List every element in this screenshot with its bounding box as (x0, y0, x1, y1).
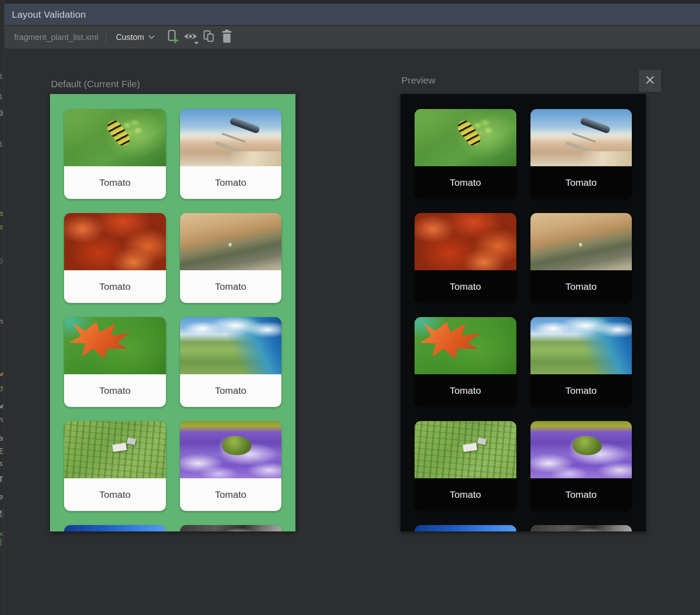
plant-name-label: Tomato (64, 478, 166, 511)
plant-card: Tomato (180, 421, 282, 511)
caterpillar-image (64, 109, 166, 166)
default-panel-title: Default (Current File) (51, 79, 140, 89)
plant-card: Tomato (180, 525, 282, 531)
clipped-code-fragment: s (0, 460, 3, 467)
purple-river-image (530, 421, 632, 478)
close-icon (645, 74, 655, 87)
plant-card: Tomato (64, 317, 166, 407)
toolbar: fragment_plant_list.xml Custom (5, 25, 700, 49)
clipped-code-fragment: w (0, 402, 3, 410)
default-preview-panel[interactable]: TomatoTomatoTomatoTomatoTomatoTomatoToma… (50, 94, 295, 531)
copy-icon (202, 30, 215, 45)
plant-name-label: Tomato (530, 478, 632, 511)
caterpillar-image (415, 109, 516, 166)
editor-edge-strip: ii0iae0nwdwnaEsTe2<| (0, 0, 4, 615)
window-top-gap (5, 0, 700, 4)
plant-card: Tomato (180, 213, 282, 303)
plant-name-label: Tomato (415, 478, 516, 511)
blue-sky-image (415, 525, 516, 531)
coastline-aerial-image (530, 317, 632, 374)
blue-sky-image (64, 525, 166, 531)
plant-name-label: Tomato (180, 478, 282, 511)
plant-name-label: Tomato (64, 166, 166, 199)
plant-card: Tomato (180, 109, 282, 199)
add-device-button[interactable] (163, 29, 181, 45)
plant-card: Tomato (64, 109, 166, 199)
clipped-code-fragment: d (0, 385, 3, 392)
plant-name-label: Tomato (180, 270, 282, 303)
maple-leaf-image (415, 317, 516, 374)
city-telescope-image (530, 109, 632, 166)
farm-aerial-image (64, 421, 166, 478)
plant-name-label: Tomato (415, 270, 516, 303)
tool-window-title: Layout Validation (12, 9, 86, 20)
dropdown-arrow-icon (194, 42, 199, 45)
clipped-code-fragment: | (0, 538, 3, 546)
plant-name-label: Tomato (530, 374, 632, 407)
plant-card: Tomato (415, 109, 516, 199)
plant-card: Tomato (530, 525, 632, 531)
wet-plank-image (530, 213, 632, 270)
city-telescope-image (180, 109, 282, 166)
plant-card: Tomato (530, 421, 632, 511)
plant-card: Tomato (415, 213, 516, 303)
plant-name-label: Tomato (530, 270, 632, 303)
wet-plank-image (180, 213, 282, 270)
visibility-options-button[interactable] (181, 29, 200, 45)
farm-aerial-image (415, 421, 516, 478)
copy-configuration-button[interactable] (200, 29, 218, 45)
clipped-code-fragment: T (0, 476, 3, 483)
clipped-code-fragment: 0 (0, 258, 3, 265)
clipped-code-fragment: 0 (0, 110, 3, 117)
plant-card: Tomato (415, 317, 516, 407)
plant-card: Tomato (64, 213, 166, 303)
preview-panel-title: Preview (401, 75, 435, 86)
clipped-code-fragment: e (0, 493, 3, 501)
plant-card: Tomato (530, 109, 632, 199)
clipped-code-fragment: E (0, 448, 3, 455)
purple-river-image (180, 421, 282, 478)
preview-panel[interactable]: TomatoTomatoTomatoTomatoTomatoTomatoToma… (400, 94, 646, 531)
plant-name-label: Tomato (180, 374, 282, 407)
current-file-label: fragment_plant_list.xml (14, 33, 98, 42)
autumn-leaves-image (415, 213, 516, 270)
plant-card: Tomato (530, 317, 632, 407)
trash-icon (221, 30, 233, 45)
gray-mountains-image (530, 525, 632, 531)
toolbar-separator (105, 30, 106, 44)
plant-card: Tomato (180, 317, 282, 407)
add-device-icon (165, 29, 180, 46)
autumn-leaves-image (64, 213, 166, 270)
clipped-code-fragment: e (0, 223, 3, 231)
plant-name-label: Tomato (180, 166, 282, 199)
clipped-code-fragment: i (0, 141, 3, 148)
clipped-code-fragment: w (0, 370, 3, 377)
clipped-code-fragment: n (0, 416, 3, 423)
clipped-code-fragment: i (0, 93, 3, 100)
clipped-code-fragment: i (0, 73, 3, 80)
coastline-aerial-image (180, 317, 282, 374)
plant-card: Tomato (64, 525, 166, 531)
close-preview-button[interactable] (639, 70, 661, 92)
gray-mountains-image (180, 525, 282, 531)
clipped-code-fragment: 2 (0, 510, 3, 518)
clipped-code-fragment: < (0, 531, 3, 538)
chevron-down-icon (148, 33, 155, 41)
plant-card: Tomato (415, 421, 516, 511)
plant-card: Tomato (64, 421, 166, 511)
plant-name-label: Tomato (415, 166, 516, 199)
plant-card: Tomato (415, 525, 516, 531)
plant-name-label: Tomato (415, 374, 516, 407)
configuration-dropdown[interactable]: Custom (114, 29, 157, 45)
plant-name-label: Tomato (530, 166, 632, 199)
plant-name-label: Tomato (64, 374, 166, 407)
plant-name-label: Tomato (64, 270, 166, 303)
maple-leaf-image (64, 317, 166, 374)
delete-configuration-button[interactable] (218, 29, 236, 45)
tool-window-titlebar: Layout Validation (5, 4, 700, 25)
clipped-code-fragment: a (0, 210, 3, 217)
plant-card: Tomato (530, 213, 632, 303)
clipped-code-fragment: n (0, 318, 3, 325)
configuration-dropdown-label: Custom (116, 33, 144, 42)
clipped-code-fragment: a (0, 435, 3, 442)
